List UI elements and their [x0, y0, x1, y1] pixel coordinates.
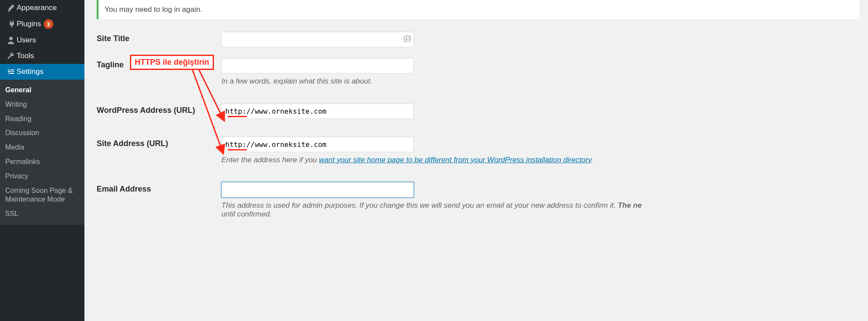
tagline-description: In a few words, explain what this site i…: [221, 77, 859, 86]
submenu-item-privacy[interactable]: Privacy: [0, 169, 84, 184]
main-content: You may need to log in again. Site Title…: [84, 0, 868, 229]
sidebar-item-tools[interactable]: Tools: [0, 48, 84, 64]
submenu-item-general[interactable]: General: [0, 83, 84, 98]
label-site-title: Site Title: [97, 31, 221, 43]
submenu-item-reading[interactable]: Reading: [0, 112, 84, 126]
sidebar-item-plugins[interactable]: Plugins 3: [0, 16, 84, 32]
label-email: Email Address: [97, 182, 221, 194]
svg-point-1: [406, 38, 407, 39]
plugin-icon: [5, 20, 17, 28]
submenu-item-permalinks[interactable]: Permalinks: [0, 155, 84, 169]
sliders-icon: [5, 67, 17, 76]
sidebar-item-label: Appearance: [17, 3, 57, 12]
submenu-item-ssl[interactable]: SSL: [0, 207, 84, 221]
site-title-input[interactable]: [221, 31, 414, 47]
submenu-item-coming-soon[interactable]: Coming Soon Page & Maintenance Mode: [0, 184, 84, 207]
submenu-item-media[interactable]: Media: [0, 140, 84, 155]
submenu-item-writing[interactable]: Writing: [0, 98, 84, 112]
sidebar-item-users[interactable]: Users: [0, 32, 84, 48]
submenu-item-discussion[interactable]: Discussion: [0, 126, 84, 140]
row-wp-url: WordPress Address (URL): [97, 103, 859, 119]
wrench-icon: [5, 52, 17, 60]
email-input[interactable]: [221, 182, 414, 198]
row-site-title: Site Title: [97, 31, 859, 47]
settings-submenu: General Writing Reading Discussion Media…: [0, 80, 84, 225]
sidebar-item-label: Users: [17, 36, 36, 45]
email-description: This address is used for admin purposes.…: [221, 201, 859, 219]
tagline-input[interactable]: [221, 58, 414, 73]
label-wp-url: WordPress Address (URL): [97, 103, 221, 115]
row-email: Email Address This address is used for a…: [97, 182, 859, 219]
sidebar-item-appearance[interactable]: Appearance: [0, 0, 84, 16]
plugins-update-badge: 3: [44, 19, 53, 29]
admin-sidebar: Appearance Plugins 3 Users Tools Setting…: [0, 0, 84, 321]
label-site-url: Site Address (URL): [97, 136, 221, 148]
https-callout-annotation: HTTPS ile değiştirin: [130, 55, 214, 70]
wp-url-input[interactable]: [221, 103, 414, 119]
autofill-contact-icon: [403, 35, 411, 44]
sidebar-item-label: Settings: [17, 67, 43, 76]
sidebar-item-label: Plugins: [17, 20, 41, 28]
site-url-description: Enter the address here if you want your …: [221, 156, 859, 164]
brush-icon: [5, 3, 17, 12]
site-url-help-link[interactable]: want your site home page to be different…: [319, 156, 591, 164]
sidebar-item-label: Tools: [17, 52, 34, 60]
http-underline-annotation: [228, 116, 247, 117]
site-url-input[interactable]: [221, 136, 414, 152]
login-again-notice: You may need to log in again.: [97, 0, 859, 19]
row-site-url: Site Address (URL) Enter the address her…: [97, 136, 859, 164]
http-underline-annotation: [228, 149, 247, 150]
user-icon: [5, 36, 17, 45]
sidebar-item-settings[interactable]: Settings: [0, 64, 84, 80]
